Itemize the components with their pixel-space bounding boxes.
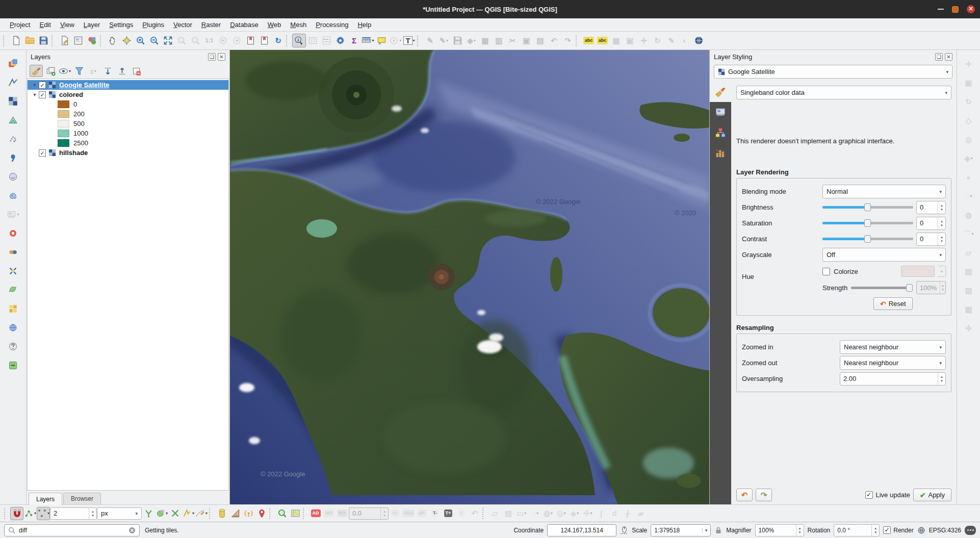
lock-scale-icon[interactable]	[714, 526, 723, 534]
layer-item-hillshade[interactable]: ✓hillshade	[28, 148, 228, 158]
enable-snapping-button[interactable]	[10, 507, 23, 520]
crs-globe-icon[interactable]	[917, 526, 925, 534]
show-statistics-button[interactable]: Σ	[347, 34, 361, 47]
tab-metadata[interactable]	[710, 143, 731, 163]
menu-edit[interactable]: Edit	[35, 19, 55, 30]
menu-database[interactable]: Database	[225, 19, 263, 30]
manage-map-themes-button[interactable]: ▾	[58, 65, 71, 77]
add-group-button[interactable]	[44, 65, 57, 77]
processing-toolbox-button[interactable]	[333, 34, 347, 47]
new-spatial-bookmark-button[interactable]	[244, 34, 257, 47]
zoom-full-button[interactable]	[161, 34, 175, 47]
redo-style-button[interactable]: ↷	[756, 489, 772, 501]
close-panel-icon[interactable]: ✕	[218, 53, 225, 61]
snapping-tolerance[interactable]: 2▴▾	[50, 507, 97, 520]
rotation-spinbox[interactable]: 0.0 °▴▾	[834, 524, 880, 536]
oversampling-spinbox[interactable]: 2.00▴▾	[840, 372, 946, 386]
expander-icon[interactable]: ▼	[31, 83, 39, 88]
grayscale-select[interactable]: Off▾	[822, 248, 946, 262]
maximize-button[interactable]	[952, 6, 959, 13]
menu-processing[interactable]: Processing	[311, 19, 353, 30]
reset-button[interactable]: ↶Reset	[873, 297, 913, 310]
float-panel-icon[interactable]: ❏	[208, 53, 216, 61]
new-print-layout-button[interactable]	[58, 34, 71, 47]
enable-tracing-button[interactable]: ▾	[195, 507, 208, 520]
messages-icon[interactable]	[965, 526, 976, 535]
advanced-digitizing-dock-button[interactable]: AD	[309, 507, 322, 520]
layer-item-google-satellite[interactable]: ▼✓Google Satellite	[28, 80, 228, 90]
snapping-units[interactable]: px▾	[97, 507, 142, 520]
float-panel-icon[interactable]: ❏	[935, 53, 943, 61]
add-vector-layer-button[interactable]	[5, 75, 21, 89]
add-wfs-layer-button[interactable]	[5, 320, 21, 335]
zoomed-in-select[interactable]: Nearest neighbour▾	[840, 340, 946, 354]
brightness-spinbox[interactable]: 0▴▾	[916, 201, 946, 214]
apply-button[interactable]: ✔Apply	[913, 489, 951, 501]
minimize-button[interactable]	[938, 9, 944, 10]
live-update-checkbox[interactable]: ✓	[865, 491, 873, 499]
snapping-mode-button[interactable]: ▾	[23, 507, 37, 520]
brightness-slider[interactable]	[822, 206, 913, 209]
zoom-out-button[interactable]	[147, 34, 161, 47]
menu-web[interactable]: Web	[263, 19, 286, 30]
menu-plugins[interactable]: Plugins	[138, 19, 169, 30]
gps-toolbar-button[interactable]	[242, 507, 255, 520]
filter-legend-button[interactable]	[72, 65, 86, 77]
avoid-overlap-button[interactable]: ▾	[155, 507, 168, 520]
text-annotation-button[interactable]: T▾	[402, 34, 416, 47]
zoomed-out-select[interactable]: Nearest neighbour▾	[840, 356, 946, 370]
show-layout-manager-button[interactable]	[71, 34, 85, 47]
nominatim-search-button[interactable]	[275, 507, 289, 520]
collapse-all-button[interactable]	[115, 65, 128, 77]
snapping-on-intersection-button[interactable]	[168, 507, 182, 520]
open-layer-styling-panel-button[interactable]	[30, 65, 43, 77]
add-postgis-layer-button[interactable]	[5, 188, 21, 202]
clear-search-icon[interactable]	[128, 526, 136, 534]
text-size-increase-button[interactable]: T+	[442, 507, 455, 520]
menu-vector[interactable]: Vector	[169, 19, 197, 30]
add-hana-layer-button[interactable]	[5, 245, 21, 259]
menu-help[interactable]: Help	[353, 19, 376, 30]
map-tips-button[interactable]	[375, 34, 389, 47]
menu-project[interactable]: Project	[5, 19, 35, 30]
menu-layer[interactable]: Layer	[79, 19, 105, 30]
measure-angle-button[interactable]	[228, 507, 242, 520]
add-mesh-layer-button[interactable]	[5, 113, 21, 127]
menu-mesh[interactable]: Mesh	[286, 19, 311, 30]
add-delimited-text-layer-button[interactable]	[5, 150, 21, 165]
identify-features-button[interactable]	[292, 34, 306, 47]
open-project-button[interactable]	[23, 34, 37, 47]
menu-raster[interactable]: Raster	[197, 19, 225, 30]
tab-symbology[interactable]	[710, 82, 731, 102]
colorize-checkbox[interactable]	[822, 268, 830, 275]
topological-editing-button[interactable]	[142, 507, 155, 520]
close-panel-icon[interactable]: ✕	[945, 53, 952, 61]
saturation-spinbox[interactable]: 0▴▾	[916, 217, 946, 230]
add-virtual-layer-button[interactable]	[5, 264, 21, 278]
metasearch-button[interactable]	[692, 34, 706, 47]
help-contents-button[interactable]	[5, 339, 21, 353]
show-bookmarks-button[interactable]	[257, 34, 271, 47]
expander-icon[interactable]: ▼	[31, 92, 39, 97]
layer-visibility-checkbox[interactable]: ✓	[39, 82, 46, 89]
add-xyz-tile-layer-button[interactable]	[5, 301, 21, 316]
add-spatialite-layer-button[interactable]	[5, 169, 21, 184]
contrast-slider[interactable]	[822, 238, 913, 240]
undo-style-button[interactable]: ↶	[736, 489, 753, 501]
pan-map-button[interactable]	[106, 34, 120, 47]
extents-toggle-icon[interactable]	[620, 526, 628, 534]
add-placemark-button[interactable]	[255, 507, 268, 520]
zoom-in-button[interactable]	[134, 34, 147, 47]
coordinate-input[interactable]: 124.167,13.514	[547, 524, 616, 536]
dock-tab-browser[interactable]: Browser	[63, 493, 101, 504]
new-project-button[interactable]	[9, 34, 23, 47]
measure-line-button[interactable]: ▾	[361, 34, 375, 47]
zoom-full-extent-button[interactable]	[120, 34, 134, 47]
add-raster-layer-button[interactable]	[5, 94, 21, 108]
add-oracle-layer-button[interactable]	[5, 226, 21, 240]
map-canvas[interactable]: © 2022 Google © 2020 © 2022 Google	[230, 50, 709, 504]
layer-item-colored[interactable]: ▼✓colored	[28, 90, 228, 99]
saturation-slider[interactable]	[822, 222, 913, 224]
menu-settings[interactable]: Settings	[105, 19, 138, 30]
add-wms-wmts-layer-button[interactable]	[5, 283, 21, 297]
